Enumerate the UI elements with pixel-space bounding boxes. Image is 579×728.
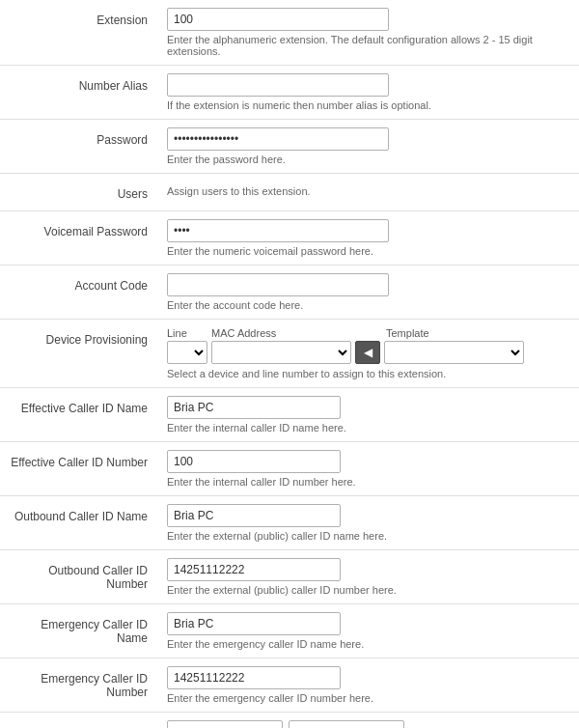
directory-last-name-input[interactable] bbox=[289, 720, 404, 728]
voicemail-password-row: Voicemail Password Enter the numeric voi… bbox=[0, 211, 579, 266]
effective-caller-id-number-hint: Enter the internal caller ID number here… bbox=[167, 476, 569, 488]
extension-row: Extension Enter the alphanumeric extensi… bbox=[0, 0, 579, 66]
extension-input[interactable] bbox=[167, 8, 389, 31]
device-mac-select[interactable] bbox=[211, 341, 351, 364]
directory-full-name-label: Directory Full Name bbox=[0, 713, 159, 729]
emergency-caller-id-name-row: Emergency Caller ID Name Enter the emerg… bbox=[0, 604, 579, 658]
directory-inputs-group bbox=[167, 720, 569, 728]
outbound-caller-id-name-input[interactable] bbox=[167, 504, 341, 527]
emergency-caller-id-name-field-cell: Enter the emergency caller ID name here. bbox=[159, 604, 579, 658]
emergency-caller-id-number-row: Emergency Caller ID Number Enter the eme… bbox=[0, 658, 579, 713]
number-alias-field-cell: If the extension is numeric then number … bbox=[159, 66, 579, 120]
outbound-caller-id-number-hint: Enter the external (public) caller ID nu… bbox=[167, 584, 569, 596]
users-field-cell: Assign users to this extension. bbox=[159, 174, 579, 211]
number-alias-row: Number Alias If the extension is numeric… bbox=[0, 66, 579, 120]
effective-caller-id-number-label: Effective Caller ID Number bbox=[0, 442, 159, 496]
device-arrow-button[interactable]: ◀ bbox=[355, 341, 380, 364]
effective-caller-id-name-hint: Enter the internal caller ID name here. bbox=[167, 422, 569, 434]
effective-caller-id-number-input[interactable] bbox=[167, 450, 341, 473]
emergency-caller-id-name-hint: Enter the emergency caller ID name here. bbox=[167, 638, 569, 650]
directory-full-name-row: Directory Full Name Enter the first name… bbox=[0, 713, 579, 729]
extension-label: Extension bbox=[0, 0, 159, 66]
emergency-caller-id-number-label: Emergency Caller ID Number bbox=[0, 658, 159, 713]
device-provisioning-row: Device Provisioning Line MAC Address Tem… bbox=[0, 320, 579, 388]
users-label: Users bbox=[0, 174, 159, 211]
directory-full-name-field-cell: Enter the first name followed by the las… bbox=[159, 713, 579, 729]
outbound-caller-id-name-field-cell: Enter the external (public) caller ID na… bbox=[159, 496, 579, 550]
directory-first-name-input[interactable] bbox=[167, 720, 283, 728]
extension-field-cell: Enter the alphanumeric extension. The de… bbox=[159, 0, 579, 66]
col-template-header: Template bbox=[386, 327, 526, 339]
account-code-field-cell: Enter the account code here. bbox=[159, 266, 579, 320]
device-line-select[interactable] bbox=[167, 341, 207, 364]
emergency-caller-id-number-input[interactable] bbox=[167, 666, 341, 689]
outbound-caller-id-name-row: Outbound Caller ID Name Enter the extern… bbox=[0, 496, 579, 550]
settings-form: Extension Enter the alphanumeric extensi… bbox=[0, 0, 579, 728]
account-code-label: Account Code bbox=[0, 266, 159, 320]
device-provisioning-label: Device Provisioning bbox=[0, 320, 159, 388]
voicemail-password-field-cell: Enter the numeric voicemail password her… bbox=[159, 211, 579, 266]
number-alias-hint: If the extension is numeric then number … bbox=[167, 99, 569, 111]
effective-caller-id-number-row: Effective Caller ID Number Enter the int… bbox=[0, 442, 579, 496]
effective-caller-id-name-label: Effective Caller ID Name bbox=[0, 388, 159, 442]
emergency-caller-id-name-input[interactable] bbox=[167, 612, 341, 635]
emergency-caller-id-number-field-cell: Enter the emergency caller ID number her… bbox=[159, 658, 579, 713]
password-label: Password bbox=[0, 120, 159, 174]
outbound-caller-id-number-field-cell: Enter the external (public) caller ID nu… bbox=[159, 550, 579, 604]
effective-caller-id-name-field-cell: Enter the internal caller ID name here. bbox=[159, 388, 579, 442]
extension-hint: Enter the alphanumeric extension. The de… bbox=[167, 34, 569, 57]
outbound-caller-id-name-hint: Enter the external (public) caller ID na… bbox=[167, 530, 569, 542]
device-prov-grid: ◀ bbox=[167, 341, 569, 364]
account-code-hint: Enter the account code here. bbox=[167, 299, 569, 311]
outbound-caller-id-number-label: Outbound Caller ID Number bbox=[0, 550, 159, 604]
effective-caller-id-number-field-cell: Enter the internal caller ID number here… bbox=[159, 442, 579, 496]
device-prov-header: Line MAC Address Template bbox=[167, 327, 569, 339]
number-alias-input[interactable] bbox=[167, 73, 389, 97]
outbound-caller-id-number-row: Outbound Caller ID Number Enter the exte… bbox=[0, 550, 579, 604]
password-hint: Enter the password here. bbox=[167, 154, 569, 165]
voicemail-password-hint: Enter the numeric voicemail password her… bbox=[167, 245, 569, 257]
device-provisioning-field-cell: Line MAC Address Template ◀ Select a dev… bbox=[159, 320, 579, 388]
emergency-caller-id-name-label: Emergency Caller ID Name bbox=[0, 604, 159, 658]
users-row: Users Assign users to this extension. bbox=[0, 174, 579, 211]
emergency-caller-id-number-hint: Enter the emergency caller ID number her… bbox=[167, 692, 569, 704]
col-line-header: Line bbox=[167, 327, 207, 339]
users-hint: Assign users to this extension. bbox=[167, 185, 569, 197]
effective-caller-id-name-input[interactable] bbox=[167, 396, 341, 419]
voicemail-password-input[interactable] bbox=[167, 219, 389, 242]
number-alias-label: Number Alias bbox=[0, 66, 159, 120]
device-template-select[interactable] bbox=[384, 341, 524, 364]
device-provisioning-hint: Select a device and line number to assig… bbox=[167, 368, 569, 379]
outbound-caller-id-number-input[interactable] bbox=[167, 558, 341, 581]
password-row: Password Enter the password here. bbox=[0, 120, 579, 174]
col-mac-header: MAC Address bbox=[211, 327, 351, 339]
account-code-input[interactable] bbox=[167, 273, 389, 296]
effective-caller-id-name-row: Effective Caller ID Name Enter the inter… bbox=[0, 388, 579, 442]
account-code-row: Account Code Enter the account code here… bbox=[0, 266, 579, 320]
password-field-cell: Enter the password here. bbox=[159, 120, 579, 174]
outbound-caller-id-name-label: Outbound Caller ID Name bbox=[0, 496, 159, 550]
password-input[interactable] bbox=[167, 127, 389, 151]
voicemail-password-label: Voicemail Password bbox=[0, 211, 159, 266]
